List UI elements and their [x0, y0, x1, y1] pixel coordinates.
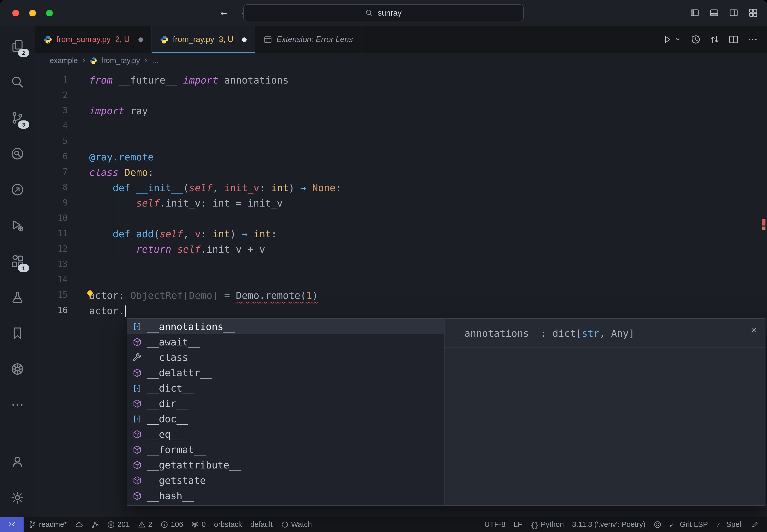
python-icon — [90, 57, 98, 64]
code-line-2[interactable]: 2 — [35, 88, 767, 103]
status-python-interpreter[interactable]: 3.11.3 ('.venv': Poetry) — [568, 517, 650, 532]
status-eol[interactable]: LF — [510, 517, 527, 532]
breadcrumb-symbol[interactable]: ... — [152, 56, 158, 65]
toggle-panel-button[interactable] — [710, 8, 719, 17]
status-ports[interactable]: 0 — [187, 517, 210, 532]
code-line-9[interactable]: 9 self.init_v: int = init_v — [35, 195, 767, 211]
tab-dirty-dot[interactable] — [242, 37, 247, 42]
suggest-item-format[interactable]: __format__ — [127, 442, 444, 457]
suggest-item-annotations[interactable]: __annotations__ — [127, 319, 444, 334]
status-grit-lsp[interactable]: ✓Grit LSP — [666, 517, 712, 532]
suggest-item-eq[interactable]: __eq__ — [127, 426, 444, 442]
breadcrumb-file[interactable]: from_ray.py — [101, 56, 140, 65]
status-spell[interactable]: ✓Spell — [712, 517, 747, 532]
status-orbstack[interactable]: orbstack — [210, 517, 246, 532]
suggest-item-doc[interactable]: __doc__ — [127, 411, 444, 426]
activity-item-run-debug[interactable] — [0, 214, 35, 237]
activity-item-bookmarks[interactable] — [0, 321, 35, 345]
suggest-label: __hash__ — [147, 490, 194, 501]
code-line-5[interactable]: 5 — [35, 134, 767, 149]
activity-item-accounts[interactable] — [0, 450, 35, 474]
activity-item-debug-search[interactable] — [0, 142, 35, 166]
code-line-1[interactable]: 1from __future__ import annotations — [35, 72, 767, 88]
status-git-graph[interactable] — [87, 517, 103, 532]
code-line-7[interactable]: 7class Demo: — [35, 165, 767, 180]
status-warnings[interactable]: 2 — [134, 517, 156, 532]
breadcrumb-folder[interactable]: example — [50, 56, 78, 65]
suggest-item-hash[interactable]: __hash__ — [127, 488, 444, 503]
lightbulb-icon[interactable] — [85, 290, 95, 299]
status-feedback[interactable] — [650, 517, 666, 532]
close-icon[interactable] — [750, 326, 758, 334]
suggest-item-await[interactable]: __await__ — [127, 334, 444, 350]
line-number: 16 — [35, 303, 68, 318]
activity-item-extensions[interactable]: 1 — [0, 250, 35, 273]
status-git-branch[interactable]: readme* — [25, 517, 71, 532]
suggest-item-getstate[interactable]: __getstate__ — [127, 473, 444, 488]
tab-extension-error-lens[interactable]: Extension: Error Lens — [255, 26, 361, 53]
line-content: from __future__ import annotations — [89, 72, 289, 88]
status-publish[interactable] — [71, 517, 87, 532]
code-line-11[interactable]: 11 def add(self, v: int) → int: — [35, 226, 767, 241]
suggest-item-dict[interactable]: __dict__ — [127, 380, 444, 396]
status-errors[interactable]: 201 — [103, 517, 134, 532]
code-line-15[interactable]: 15actor: ObjectRef[Demo] = Demo.remote(1… — [35, 288, 767, 303]
extension-icon — [263, 35, 272, 44]
tab-dirty-dot[interactable] — [138, 37, 143, 42]
code-line-10[interactable]: 10 — [35, 211, 767, 226]
line-content: def __init__(self, init_v: int) → None: — [89, 180, 341, 195]
toggle-secondary-sidebar-button[interactable] — [729, 8, 738, 17]
tab-label: from_ray.py — [173, 35, 214, 44]
code-line-13[interactable]: 13 — [35, 257, 767, 272]
status-watch[interactable]: Watch — [276, 517, 316, 532]
suggest-item-class[interactable]: __class__ — [127, 350, 444, 365]
code-line-12[interactable]: 12 return self.init_v + v — [35, 241, 767, 257]
activity-bar: 231 — [0, 26, 35, 517]
timeline-history-button[interactable] — [691, 34, 701, 45]
close-window-button[interactable] — [12, 9, 19, 16]
minimize-window-button[interactable] — [29, 9, 36, 16]
split-editor-button[interactable] — [729, 34, 739, 45]
activity-item-source-control[interactable]: 3 — [0, 106, 35, 130]
suggest-detail: __annotations__: dict[str, Any] — [453, 328, 635, 339]
open-changes-button[interactable] — [710, 34, 720, 45]
activity-item-explorer[interactable]: 2 — [0, 34, 35, 58]
pencil-icon — [751, 520, 759, 528]
suggest-item-getattribute[interactable]: __getattribute__ — [127, 457, 444, 473]
status-error-lens-toggle[interactable] — [747, 517, 763, 532]
activity-item-kubernetes[interactable] — [0, 357, 35, 381]
customize-layout-button[interactable] — [749, 8, 758, 17]
status-encoding[interactable]: UTF-8 — [480, 517, 509, 532]
remote-indicator[interactable] — [0, 517, 24, 532]
code-line-14[interactable]: 14 — [35, 272, 767, 288]
suggest-item-dir[interactable]: __dir__ — [127, 396, 444, 411]
code-line-3[interactable]: 3import ray — [35, 103, 767, 118]
status-language-mode[interactable]: {}Python — [526, 517, 568, 532]
status-profile-default[interactable]: default — [246, 517, 276, 532]
status-infos[interactable]: 106 — [156, 517, 187, 532]
status-right: UTF-8LF{}Python3.11.3 ('.venv': Poetry)✓… — [480, 517, 767, 532]
more-actions-button[interactable] — [748, 34, 758, 45]
overview-error-marker — [762, 219, 765, 226]
activity-item-search[interactable] — [0, 70, 35, 94]
tab-from-ray-py[interactable]: from_ray.py3, U — [152, 26, 255, 53]
suggest-item-delattr[interactable]: __delattr__ — [127, 365, 444, 380]
graph-icon — [91, 520, 99, 528]
code-line-8[interactable]: 8 def __init__(self, init_v: int) → None… — [35, 180, 767, 195]
code-line-16[interactable]: 16actor. — [35, 303, 767, 318]
command-center-search[interactable]: sunray — [243, 4, 524, 21]
activity-item-run-tool[interactable] — [0, 178, 35, 201]
toggle-primary-sidebar-button[interactable] — [690, 8, 699, 17]
activity-item-more-views[interactable] — [0, 393, 35, 417]
zoom-window-button[interactable] — [46, 9, 53, 16]
activity-item-testing[interactable] — [0, 285, 35, 309]
line-content: return self.init_v + v — [89, 241, 265, 257]
code-line-6[interactable]: 6@ray.remote — [35, 149, 767, 165]
run-python-file-button[interactable] — [663, 34, 682, 45]
editor[interactable]: 1from __future__ import annotations23imp… — [35, 68, 767, 517]
back-button[interactable]: ← — [220, 0, 227, 26]
search-icon — [365, 9, 373, 17]
tab-from-sunray-py[interactable]: from_sunray.py2, U — [35, 26, 152, 53]
activity-item-settings[interactable] — [0, 486, 35, 509]
code-line-4[interactable]: 4 — [35, 118, 767, 134]
